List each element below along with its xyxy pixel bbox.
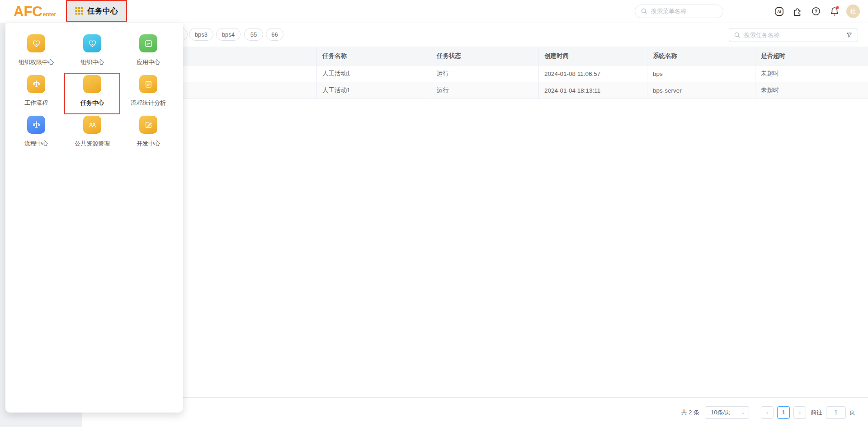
- goto-label: 前往: [811, 408, 822, 417]
- pagination-bar: 共 2 条 10条/页 ⌄ ‹ 1 › 前往 页: [82, 397, 868, 427]
- menu-item-app-center[interactable]: 应用中心: [120, 33, 176, 74]
- help-icon[interactable]: ?: [810, 5, 822, 17]
- chip-label: 55: [250, 31, 257, 38]
- app-launcher-dropdown: 组织权限中心 组织中心 应用中心: [5, 23, 183, 413]
- table-header-row: 任务名称 任务状态 创建时间 系统名称 是否超时: [82, 47, 868, 66]
- menu-item-label: 工作流程: [24, 99, 48, 107]
- menu-item-label: 任务中心: [80, 99, 104, 107]
- chip-label: bps4: [222, 31, 235, 38]
- nav-item-task-center[interactable]: 任务中心: [66, 0, 127, 22]
- menu-item-workflow[interactable]: 工作流程: [8, 74, 64, 114]
- column-header-task-name: 任务名称: [317, 47, 431, 65]
- chip-label: bps3: [195, 31, 208, 38]
- chevron-down-icon: ⌄: [741, 409, 745, 415]
- page-size-select[interactable]: 10条/页 ⌄: [705, 406, 749, 419]
- edit-icon: [139, 116, 157, 134]
- menu-item-process-center[interactable]: 流程中心: [8, 114, 64, 155]
- heart-smile-icon: [83, 34, 101, 52]
- top-bar: AFC enter 任务中心 搜索菜单名称 AI: [0, 0, 868, 23]
- menu-item-label: 流程统计分析: [131, 99, 166, 107]
- menu-item-task-center[interactable]: 任务中心: [64, 73, 120, 114]
- goto-suffix: 页: [849, 408, 855, 417]
- chevron-left-icon: ‹: [766, 409, 769, 416]
- cell-create-time: 2024-01-04 18:13:11: [539, 82, 647, 99]
- menu-item-label: 开发中心: [137, 140, 160, 148]
- tab-chip-bps4[interactable]: bps4: [216, 28, 241, 41]
- menu-item-label: 应用中心: [137, 58, 160, 66]
- task-search-input[interactable]: 搜索任务名称: [729, 28, 858, 42]
- report-icon: [139, 75, 157, 93]
- grid-icon: [75, 7, 83, 15]
- current-page-button[interactable]: 1: [777, 406, 790, 419]
- menu-item-label: 组织中心: [80, 58, 104, 66]
- menu-item-label: 组织权限中心: [19, 58, 54, 66]
- menu-item-label: 公共资源管理: [75, 140, 110, 148]
- puzzle-icon[interactable]: [792, 5, 803, 17]
- tab-chip-bps3[interactable]: bps3: [189, 28, 213, 41]
- column-header-create-time: 创建时间: [539, 47, 647, 65]
- app-menu-grid: 组织权限中心 组织中心 应用中心: [5, 23, 183, 155]
- task-search-placeholder: 搜索任务名称: [744, 31, 779, 39]
- next-page-button[interactable]: ›: [793, 406, 806, 419]
- table-row[interactable]: 人工活动1 运行 2024-01-08 11:06:57 bps 未超时: [82, 66, 868, 82]
- menu-item-process-statistics[interactable]: 流程统计分析: [120, 74, 176, 114]
- pagination-total: 共 2 条: [681, 408, 699, 417]
- menu-item-label: 流程中心: [24, 140, 48, 148]
- cell-system-name: bps-server: [647, 82, 755, 99]
- ai-icon[interactable]: AI: [773, 5, 785, 17]
- cell-timeout: 未超时: [755, 66, 868, 82]
- menu-item-public-resource[interactable]: 公共资源管理: [64, 114, 120, 155]
- chevron-right-icon: ›: [799, 409, 801, 416]
- funnel-icon[interactable]: [845, 31, 853, 39]
- cell-task-status: 运行: [431, 82, 539, 99]
- logo-text: AFC: [14, 5, 42, 19]
- cell-create-time: 2024-01-08 11:06:57: [539, 66, 647, 82]
- page-size-value: 10条/页: [711, 408, 731, 417]
- user-avatar[interactable]: 租: [846, 5, 860, 18]
- goto-page-input[interactable]: [826, 406, 846, 419]
- app-logo[interactable]: AFC enter: [14, 5, 56, 19]
- current-page-number: 1: [782, 409, 785, 416]
- cell-task-name: 人工活动1: [317, 66, 431, 82]
- logo-subtext: enter: [43, 11, 56, 18]
- avatar-text: 租: [850, 7, 856, 15]
- chip-label: 66: [271, 31, 278, 38]
- column-header-task-status: 任务状态: [431, 47, 539, 65]
- menu-item-org-permission-center[interactable]: 组织权限中心: [8, 33, 64, 74]
- scales-icon: [27, 116, 45, 134]
- task-center-page: bps3 bps4 55 66 搜索任务名称 任务名称 任务状态 创建时间 系统…: [82, 23, 868, 427]
- bell-icon[interactable]: [829, 5, 840, 17]
- prev-page-button[interactable]: ‹: [761, 406, 774, 419]
- topbar-actions: AI ?: [773, 5, 840, 17]
- column-header-timeout: 是否超时: [755, 47, 868, 65]
- svg-text:?: ?: [815, 9, 817, 14]
- menu-search-input[interactable]: 搜索菜单名称: [635, 5, 723, 18]
- svg-text:AI: AI: [777, 9, 781, 14]
- people-icon: [83, 116, 101, 134]
- menu-item-org-center[interactable]: 组织中心: [64, 33, 120, 74]
- column-header-system-name: 系统名称: [647, 47, 755, 65]
- chart-square-icon: [139, 34, 157, 52]
- cell-system-name: bps: [647, 66, 755, 82]
- scales-icon: [27, 75, 45, 93]
- blank-icon: [83, 75, 101, 93]
- table-row[interactable]: 人工活动1 运行 2024-01-04 18:13:11 bps-server …: [82, 82, 868, 99]
- search-icon: [641, 8, 648, 15]
- nav-item-label: 任务中心: [87, 6, 118, 16]
- menu-item-dev-center[interactable]: 开发中心: [120, 114, 176, 155]
- cell-task-status: 运行: [431, 66, 539, 82]
- cell-timeout: 未超时: [755, 82, 868, 99]
- heart-smile-icon: [27, 34, 45, 52]
- tab-chip-55[interactable]: 55: [244, 28, 263, 41]
- cell-task-name: 人工活动1: [317, 82, 431, 99]
- menu-search-placeholder: 搜索菜单名称: [651, 7, 686, 15]
- task-table: 任务名称 任务状态 创建时间 系统名称 是否超时 人工活动1 运行 2024-0…: [82, 47, 868, 99]
- search-icon: [734, 32, 741, 39]
- tab-chip-66[interactable]: 66: [266, 28, 283, 41]
